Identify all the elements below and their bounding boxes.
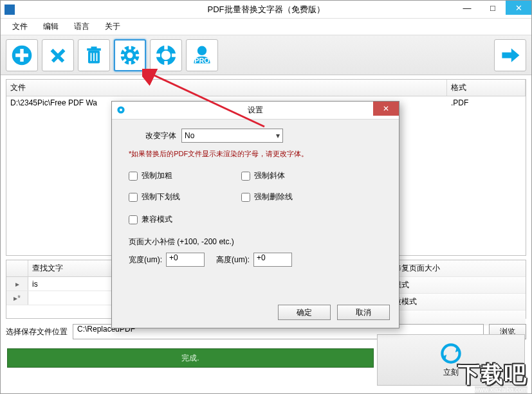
cell-format: .PDF: [447, 96, 472, 109]
svg-rect-29: [502, 52, 512, 58]
col-quality[interactable]: 质模式: [390, 294, 526, 310]
svg-rect-10: [96, 53, 98, 61]
compat-label: 兼容模式: [142, 214, 172, 225]
compat-checkbox[interactable]: 兼容模式: [129, 214, 382, 225]
row-indicator-header: [6, 260, 28, 276]
menu-file[interactable]: 文件: [6, 19, 34, 34]
svg-rect-7: [91, 46, 97, 49]
strike-checkbox[interactable]: 强制删除线: [241, 192, 354, 202]
pro-icon: PRO: [190, 44, 214, 67]
width-label: 宽度(um):: [129, 255, 162, 265]
cell-find[interactable]: is: [28, 280, 42, 289]
settings-button[interactable]: [114, 39, 146, 71]
pro-button[interactable]: PRO: [186, 39, 218, 71]
gear-icon: [118, 44, 142, 67]
dialog-title-bar: 设置 ✕: [112, 102, 399, 120]
save-location-label: 选择保存文件位置: [6, 327, 68, 337]
trash-icon: [82, 44, 105, 67]
font-value: No: [185, 131, 194, 140]
plus-circle-icon: [10, 44, 33, 67]
minimize-button[interactable]: —: [454, 1, 480, 15]
strike-label: 强制删除线: [254, 192, 293, 202]
svg-point-32: [120, 109, 122, 111]
bold-checkbox[interactable]: 强制加粗: [129, 170, 241, 181]
dialog-body: 改变字体 No *如果替换后的PDF文件显示未渲染的字母，请更改字体。 强制加粗…: [112, 120, 399, 276]
next-button[interactable]: [494, 39, 526, 71]
add-button[interactable]: [6, 39, 38, 71]
checkbox-input[interactable]: [241, 172, 250, 181]
settings-dialog: 设置 ✕ 改变字体 No *如果替换后的PDF文件显示未渲染的字母，请更改字体。…: [111, 101, 399, 328]
checkbox-input[interactable]: [129, 193, 138, 202]
title-bar: PDF批量替换文字器（免费版） — □ ✕: [1, 1, 531, 19]
checkbox-input[interactable]: [129, 215, 138, 224]
arrow-right-icon: [499, 44, 522, 67]
underline-label: 强制下划线: [142, 192, 180, 202]
underline-checkbox[interactable]: 强制下划线: [129, 192, 241, 202]
clear-button[interactable]: [78, 39, 110, 71]
x-icon: [46, 44, 69, 67]
svg-rect-24: [164, 61, 167, 66]
help-button[interactable]: [150, 39, 182, 71]
svg-text:PRO: PRO: [194, 56, 209, 64]
svg-rect-13: [129, 44, 131, 49]
lifebuoy-icon: [154, 44, 178, 67]
width-input[interactable]: +0: [166, 253, 205, 267]
svg-rect-16: [136, 54, 140, 57]
window-title: PDF批量替换文字器（免费版）: [208, 4, 325, 15]
col-fixsize[interactable]: 修复页面大小: [390, 260, 526, 277]
svg-rect-26: [172, 53, 176, 57]
font-label: 改变字体: [129, 130, 176, 141]
svg-rect-8: [91, 53, 92, 61]
file-table-header: 文件 格式: [6, 80, 526, 96]
row-indicator: ▸*: [6, 291, 28, 305]
svg-point-22: [161, 50, 170, 59]
svg-rect-9: [93, 53, 95, 61]
italic-checkbox[interactable]: 强制斜体: [241, 170, 354, 181]
toolbar: PRO: [1, 35, 531, 75]
font-hint: *如果替换后的PDF文件显示未渲染的字母，请更改字体。: [129, 149, 382, 159]
height-label: 高度(um):: [216, 255, 250, 265]
svg-rect-25: [156, 53, 160, 57]
row-indicator: ▸: [6, 277, 28, 291]
svg-point-30: [442, 345, 459, 362]
menu-bar: 文件 编辑 语言 关于: [1, 19, 531, 35]
svg-rect-23: [164, 44, 167, 49]
svg-rect-14: [129, 61, 131, 66]
menu-edit[interactable]: 编辑: [37, 19, 65, 34]
remove-button[interactable]: [42, 39, 74, 71]
height-input[interactable]: +0: [253, 253, 292, 267]
svg-point-27: [197, 46, 206, 55]
dialog-close-button[interactable]: ✕: [373, 102, 399, 116]
col-misc[interactable]: c.: [390, 310, 526, 325]
status-text: 完成.: [181, 353, 199, 364]
col-file[interactable]: 文件: [6, 80, 447, 96]
app-icon: [5, 4, 15, 15]
checkbox-input[interactable]: [129, 172, 138, 181]
italic-label: 强制斜体: [254, 170, 285, 181]
col-mode[interactable]: 模式: [390, 277, 526, 294]
checkbox-input[interactable]: [241, 193, 250, 202]
font-combobox[interactable]: No: [181, 129, 283, 143]
svg-rect-15: [120, 54, 124, 57]
close-button[interactable]: ✕: [506, 1, 531, 15]
compensation-label: 页面大小补偿 (+100, -200 etc.): [129, 237, 382, 247]
gear-icon: [116, 105, 126, 115]
menu-about[interactable]: 关于: [98, 19, 127, 34]
ok-button[interactable]: 确定: [278, 305, 331, 320]
bold-label: 强制加粗: [142, 170, 172, 181]
menu-language[interactable]: 语言: [68, 19, 96, 34]
search-right-cols: 修复页面大小 模式 质模式 c.: [389, 260, 526, 319]
watermark-text: 下载吧: [458, 360, 527, 390]
run-label: 立刻: [443, 367, 459, 378]
dialog-title: 设置: [248, 105, 263, 116]
watermark-url: www.xiazaiba.com: [475, 386, 527, 393]
cancel-button[interactable]: 取消: [337, 305, 390, 320]
svg-point-12: [127, 52, 133, 58]
status-strip: 完成.: [7, 348, 374, 368]
col-format[interactable]: 格式: [447, 80, 526, 96]
maximize-button[interactable]: □: [480, 1, 506, 15]
svg-rect-2: [15, 53, 28, 57]
window-controls: — □ ✕: [454, 1, 531, 15]
